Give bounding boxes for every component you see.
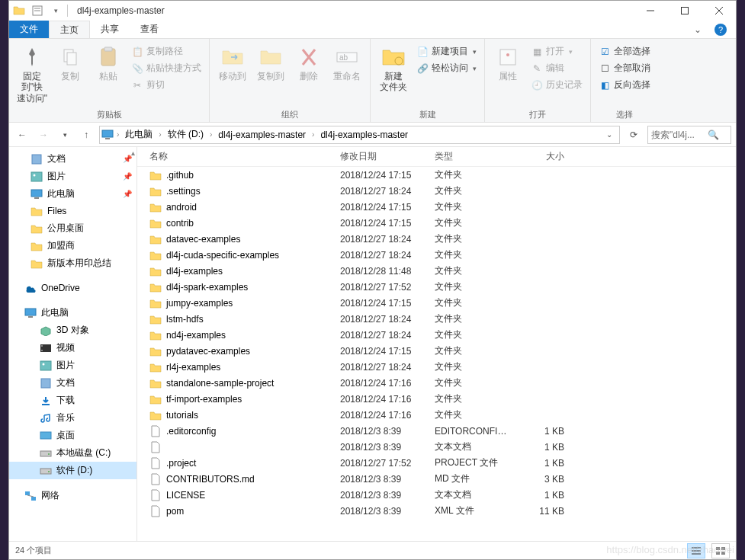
paste-button[interactable]: 粘贴 (90, 42, 127, 85)
quickaccess-item[interactable]: 公用桌面 (9, 219, 136, 237)
ribbon-expand-icon[interactable]: ⌄ (690, 21, 705, 38)
quickaccess-item[interactable]: Files (9, 203, 136, 219)
svg-rect-34 (40, 432, 51, 439)
select-all-button[interactable]: ☑全部选择 (596, 43, 653, 59)
address-dropdown-icon[interactable]: ⌄ (601, 126, 618, 143)
pc-item[interactable]: 下载 (9, 392, 136, 409)
history-button[interactable]: 🕘历史记录 (528, 77, 586, 93)
table-row[interactable]: pom2018/12/3 8:39XML 文件11 KB (137, 503, 736, 519)
properties-icon (496, 45, 520, 69)
table-row[interactable]: rl4j-examples2018/12/27 18:24文件夹 (137, 359, 736, 375)
quickaccess-item[interactable]: 文档📌 (9, 150, 136, 168)
table-row[interactable]: tf-import-examples2018/12/24 17:16文件夹 (137, 391, 736, 407)
cut-button[interactable]: ✂剪切 (128, 77, 204, 93)
paste-shortcut-button[interactable]: 📎粘贴快捷方式 (128, 60, 204, 76)
new-item-button[interactable]: 📄新建项目▾ (413, 43, 480, 59)
properties-button[interactable]: 属性 (490, 42, 526, 85)
nav-network[interactable]: 网络 (9, 487, 136, 504)
table-row[interactable]: contrib2018/12/24 17:15文件夹 (137, 215, 736, 231)
easy-access-button[interactable]: 🔗轻松访问▾ (413, 60, 480, 76)
table-row[interactable]: dl4j-cuda-specific-examples2018/12/27 18… (137, 247, 736, 263)
nav-recent-button[interactable]: ▾ (56, 126, 73, 143)
quickaccess-item[interactable]: 新版本用印总结 (9, 254, 136, 272)
pc-item[interactable]: 图片 (9, 357, 136, 374)
table-row[interactable]: dl4j-spark-examples2018/12/27 17:52文件夹 (137, 279, 736, 295)
chevron-right-icon[interactable]: › (157, 130, 162, 139)
col-name[interactable]: 名称 (137, 150, 334, 163)
table-row[interactable]: 2018/12/3 8:39文本文档1 KB (137, 439, 736, 455)
pc-item[interactable]: 3D 对象 (9, 322, 136, 339)
col-date[interactable]: 修改日期 (334, 150, 429, 163)
quickaccess-item[interactable]: 图片📌 (9, 168, 136, 185)
table-row[interactable]: standalone-sample-project2018/12/24 17:1… (137, 375, 736, 391)
quickaccess-item[interactable]: 加盟商 (9, 237, 136, 254)
navigation-pane[interactable]: ▴ 文档📌图片📌此电脑📌Files公用桌面加盟商新版本用印总结 OneDrive… (9, 147, 137, 541)
select-none-button[interactable]: ☐全部取消 (596, 60, 653, 76)
help-button[interactable]: ? (705, 21, 736, 38)
crumb-folder1[interactable]: dl4j-examples-master (215, 126, 309, 143)
nav-scroll-up-icon[interactable]: ▴ (131, 149, 135, 157)
col-type[interactable]: 类型 (429, 150, 517, 163)
refresh-button[interactable]: ⟳ (625, 130, 643, 140)
close-button[interactable] (702, 1, 736, 21)
table-row[interactable]: android2018/12/24 17:15文件夹 (137, 199, 736, 215)
qat-properties-icon[interactable] (29, 2, 46, 19)
table-row[interactable]: jumpy-examples2018/12/24 17:15文件夹 (137, 295, 736, 311)
table-row[interactable]: .project2018/12/27 17:52PROJECT 文件1 KB (137, 455, 736, 471)
table-row[interactable]: .settings2018/12/27 18:24文件夹 (137, 183, 736, 199)
copy-path-button[interactable]: 📋复制路径 (128, 43, 204, 59)
table-row[interactable]: pydatavec-examples2018/12/24 17:15文件夹 (137, 343, 736, 359)
pc-item[interactable]: 视频 (9, 339, 136, 357)
chevron-right-icon[interactable]: › (115, 130, 120, 139)
table-row[interactable]: LICENSE2018/12/3 8:39文本文档1 KB (137, 487, 736, 503)
table-row[interactable]: dl4j-examples2018/12/28 11:48文件夹 (137, 263, 736, 279)
table-row[interactable]: nd4j-examples2018/12/27 18:24文件夹 (137, 327, 736, 343)
pc-item[interactable]: 音乐 (9, 409, 136, 427)
table-row[interactable]: .github2018/12/24 17:15文件夹 (137, 167, 736, 183)
table-row[interactable]: datavec-examples2018/12/27 18:24文件夹 (137, 231, 736, 247)
maximize-button[interactable] (667, 1, 702, 21)
qat-dropdown-icon[interactable]: ▾ (47, 2, 64, 19)
copy-button[interactable]: 复制 (52, 42, 88, 85)
pin-icon: 📌 (123, 172, 132, 181)
tab-view[interactable]: 查看 (130, 21, 169, 38)
table-row[interactable]: CONTRIBUTORS.md2018/12/3 8:39MD 文件3 KB (137, 471, 736, 487)
rename-button[interactable]: ab 重命名 (329, 42, 365, 85)
minimize-button[interactable] (633, 1, 667, 21)
table-row[interactable]: lstm-hdfs2018/12/27 18:24文件夹 (137, 311, 736, 327)
pc-item[interactable]: 软件 (D:) (9, 462, 136, 479)
chevron-right-icon[interactable]: › (310, 130, 316, 139)
search-input[interactable]: 🔍 (647, 126, 731, 144)
nav-back-button[interactable]: ← (14, 126, 31, 143)
pc-item[interactable]: 文档 (9, 374, 136, 392)
new-folder-button[interactable]: 新建 文件夹 (375, 42, 412, 96)
pc-item[interactable]: 本地磁盘 (C:) (9, 444, 136, 462)
table-row[interactable]: .editorconfig2018/12/3 8:39EDITORCONFIG … (137, 423, 736, 439)
edit-button[interactable]: ✎编辑 (528, 60, 586, 76)
table-row[interactable]: tutorials2018/12/24 17:16文件夹 (137, 407, 736, 423)
nav-up-button[interactable]: ↑ (78, 126, 95, 143)
nav-onedrive[interactable]: OneDrive (9, 280, 136, 296)
quickaccess-item[interactable]: 此电脑📌 (9, 185, 136, 203)
nav-this-pc[interactable]: 此电脑 (9, 304, 136, 322)
breadcrumb[interactable]: › 此电脑 › 软件 (D:) › dl4j-examples-master ›… (99, 126, 620, 144)
delete-button[interactable]: 删除 (291, 42, 327, 85)
view-large-icons-button[interactable] (711, 543, 730, 558)
move-to-button[interactable]: 移动到 (214, 42, 251, 85)
nav-forward-button[interactable]: → (35, 126, 52, 143)
view-details-button[interactable] (687, 543, 705, 558)
open-button[interactable]: ▦打开▾ (528, 43, 586, 59)
pin-to-quick-access-button[interactable]: 固定到"快 速访问" (14, 42, 50, 107)
copy-to-button[interactable]: 复制到 (252, 42, 289, 85)
tab-share[interactable]: 共享 (90, 21, 130, 38)
crumb-folder2[interactable]: dl4j-examples-master (317, 126, 411, 143)
chevron-right-icon[interactable]: › (208, 130, 214, 139)
tab-home[interactable]: 主页 (49, 21, 90, 38)
crumb-drive[interactable]: 软件 (D:) (165, 126, 207, 143)
pc-item[interactable]: 桌面 (9, 427, 136, 444)
crumb-pc[interactable]: 此电脑 (122, 126, 156, 143)
invert-selection-button[interactable]: ◧反向选择 (596, 77, 653, 93)
tab-file[interactable]: 文件 (9, 21, 49, 38)
col-size[interactable]: 大小 (517, 150, 570, 163)
file-icon (149, 473, 162, 485)
